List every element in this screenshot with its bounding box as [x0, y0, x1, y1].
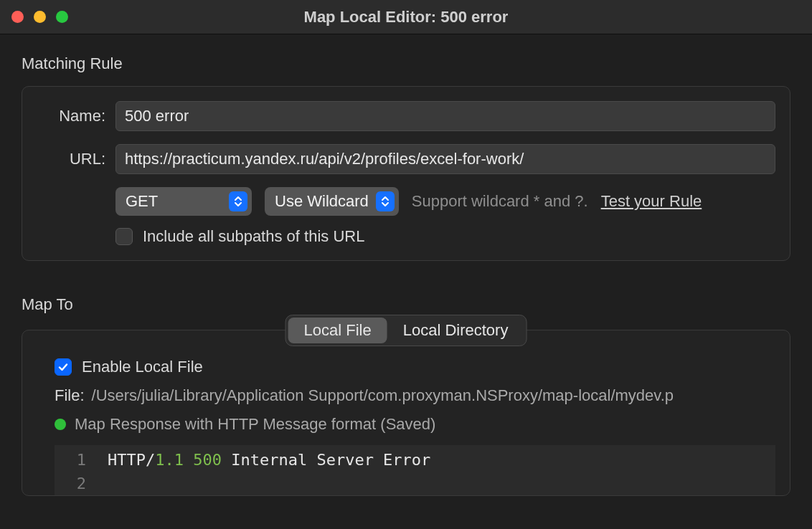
matching-rule-group: Name: URL: GET Use Wildcard Support wil: [22, 86, 790, 261]
editor-code[interactable]: HTTP/1.1 500 Internal Server Error: [95, 445, 430, 495]
chevrons-icon: [229, 191, 247, 211]
enable-local-file-label: Enable Local File: [82, 358, 203, 376]
window-title: Map Local Editor: 500 error: [0, 8, 812, 27]
http-method-value: GET: [126, 192, 158, 211]
wildcard-hint: Support wildcard * and ?.: [412, 192, 588, 211]
file-path[interactable]: /Users/julia/Library/Application Support…: [92, 386, 674, 405]
map-to-heading: Map To: [22, 295, 790, 314]
map-target-tabs: Local File Local Directory: [285, 315, 527, 346]
chevrons-icon: [376, 191, 395, 211]
tab-local-file[interactable]: Local File: [288, 318, 387, 343]
name-input[interactable]: [115, 101, 775, 131]
include-subpaths-checkbox[interactable]: [115, 228, 133, 245]
response-editor[interactable]: 12 HTTP/1.1 500 Internal Server Error: [55, 445, 775, 495]
close-window-button[interactable]: [11, 11, 24, 23]
name-label: Name:: [37, 107, 115, 125]
minimize-window-button[interactable]: [34, 11, 46, 23]
wildcard-mode-select[interactable]: Use Wildcard: [265, 187, 399, 216]
wildcard-mode-value: Use Wildcard: [275, 192, 369, 211]
zoom-window-button[interactable]: [56, 11, 68, 23]
http-method-select[interactable]: GET: [115, 187, 252, 216]
editor-gutter: 12: [55, 445, 95, 495]
status-dot-icon: [55, 419, 66, 430]
url-input[interactable]: [115, 144, 775, 174]
status-text: Map Response with HTTP Message format (S…: [75, 415, 435, 434]
titlebar: Map Local Editor: 500 error: [0, 0, 812, 34]
window-controls: [11, 11, 68, 23]
tab-local-directory[interactable]: Local Directory: [387, 318, 524, 343]
include-subpaths-label: Include all subpaths of this URL: [143, 227, 364, 246]
map-to-group: Local File Local Directory Enable Local …: [22, 330, 790, 496]
url-label: URL:: [37, 150, 115, 168]
matching-rule-heading: Matching Rule: [22, 54, 790, 73]
file-label: File:: [55, 386, 85, 405]
enable-local-file-checkbox[interactable]: [55, 358, 72, 376]
test-rule-link[interactable]: Test your Rule: [601, 192, 702, 211]
